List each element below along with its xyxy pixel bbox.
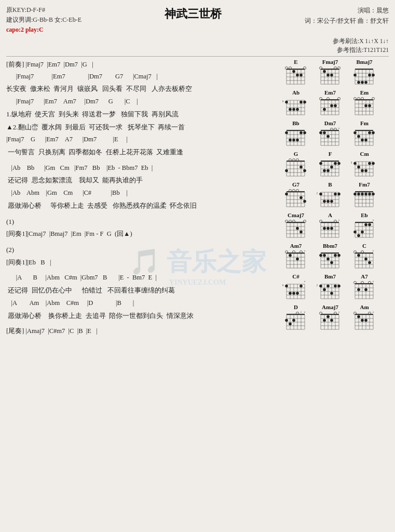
chord-svg: 4 bbox=[282, 96, 310, 117]
chord-svg: 4× bbox=[282, 280, 310, 301]
chord-svg: 2 bbox=[317, 188, 344, 209]
chord-name: Em7 bbox=[324, 89, 336, 96]
chord-diagram-am: Am× bbox=[348, 304, 380, 331]
chord-diagram-ab: Ab4 bbox=[280, 89, 312, 117]
svg-point-246 bbox=[337, 192, 340, 195]
svg-text:×: × bbox=[338, 127, 339, 130]
interlude1-chord: [间奏1]|Cmaj7 |Bmaj7 |Em |Fm - F G (回▲) bbox=[6, 228, 276, 241]
svg-point-70 bbox=[289, 108, 292, 111]
chord-name: Fm7 bbox=[359, 181, 370, 188]
chord-diagrams: EFmaj7Bmaj7Ab4Em7EmBbDm7×FmGFCm3G7B2Fm7C… bbox=[280, 59, 389, 331]
chord-diagram-em: Em bbox=[348, 89, 380, 117]
chord-svg: × bbox=[351, 311, 378, 331]
svg-point-321 bbox=[361, 230, 364, 233]
svg-text:×: × bbox=[304, 280, 305, 283]
chord-diagram-g7: G7 bbox=[280, 181, 312, 209]
svg-point-464 bbox=[330, 318, 333, 322]
svg-point-122 bbox=[296, 138, 299, 141]
chord-name: A bbox=[328, 212, 332, 218]
svg-point-356 bbox=[330, 261, 333, 264]
svg-point-32 bbox=[330, 73, 333, 76]
chord-svg: × bbox=[317, 311, 344, 331]
svg-point-86 bbox=[330, 104, 333, 107]
chord-svg bbox=[351, 65, 378, 86]
svg-point-196 bbox=[323, 169, 326, 172]
svg-rect-252 bbox=[355, 191, 373, 192]
svg-point-179 bbox=[285, 169, 288, 172]
svg-rect-306 bbox=[355, 222, 373, 223]
svg-point-320 bbox=[364, 223, 367, 226]
chord-diagram-d: D×× bbox=[280, 304, 312, 331]
interlude2-chord: [间奏1]|Eb B | bbox=[6, 257, 276, 269]
svg-point-264 bbox=[372, 192, 375, 195]
chord-diagram-bmaj7: Bmaj7 bbox=[348, 59, 380, 86]
chord-name: E bbox=[294, 59, 297, 65]
svg-point-449 bbox=[285, 318, 288, 322]
ch1-chord2: |Ab Abm |Gm Cm |C# |Bb | bbox=[6, 187, 276, 200]
svg-rect-144 bbox=[355, 130, 373, 131]
svg-point-340 bbox=[289, 254, 292, 257]
svg-point-303 bbox=[326, 227, 330, 230]
svg-point-323 bbox=[353, 230, 357, 233]
v2-chord1: |A B |Abm C#m |Gbm7 B |E - Bm7 E | bbox=[6, 272, 276, 284]
v1-chord2: |Fmaj7 |Em7 Am7 |Dm7 G |C | bbox=[6, 96, 276, 108]
chord-diagram-e: E bbox=[280, 59, 312, 86]
chord-name: Am7 bbox=[290, 243, 302, 249]
svg-point-103 bbox=[368, 104, 371, 107]
chord-svg: × bbox=[317, 127, 344, 148]
svg-point-104 bbox=[364, 104, 367, 107]
svg-point-412 bbox=[323, 288, 326, 291]
chord-diagram-cm: Cm3 bbox=[348, 151, 380, 178]
chord-name: C# bbox=[292, 273, 299, 280]
chord-name: A7 bbox=[361, 273, 367, 280]
song-title: 神武三世桥 bbox=[81, 5, 305, 22]
chord-name: F bbox=[329, 151, 332, 157]
interlude2-label: (2) bbox=[6, 244, 276, 257]
svg-point-143 bbox=[319, 131, 322, 134]
svg-text:×: × bbox=[372, 249, 374, 252]
svg-point-228 bbox=[303, 200, 306, 203]
svg-point-175 bbox=[299, 165, 303, 168]
svg-point-251 bbox=[319, 192, 322, 195]
svg-point-357 bbox=[326, 257, 330, 260]
svg-point-125 bbox=[285, 131, 288, 134]
svg-point-410 bbox=[330, 291, 333, 295]
chord-svg: × bbox=[351, 249, 378, 270]
svg-point-33 bbox=[326, 73, 330, 76]
svg-point-391 bbox=[299, 284, 303, 287]
divider bbox=[6, 56, 389, 57]
svg-point-249 bbox=[326, 200, 330, 203]
chord-svg bbox=[317, 96, 344, 117]
chord-name: Bmaj7 bbox=[356, 59, 372, 65]
svg-point-265 bbox=[368, 192, 371, 195]
svg-point-466 bbox=[323, 318, 326, 322]
svg-text:×: × bbox=[304, 311, 305, 314]
svg-point-121 bbox=[299, 131, 303, 134]
svg-point-413 bbox=[319, 284, 322, 287]
svg-point-194 bbox=[330, 165, 333, 168]
svg-point-338 bbox=[296, 257, 299, 260]
svg-point-124 bbox=[289, 138, 292, 141]
svg-rect-180 bbox=[321, 161, 339, 162]
svg-point-229 bbox=[299, 196, 303, 199]
prelude-line: [前奏] |Fmaj7 |Em7 |Dm7 |G | bbox=[6, 59, 276, 71]
svg-rect-108 bbox=[287, 130, 305, 131]
v2-lyric1: 还记得 回忆仍在心中 怕错过 不回看往事缠绵的纠葛 bbox=[6, 284, 276, 297]
svg-point-71 bbox=[285, 100, 288, 103]
svg-point-212 bbox=[364, 169, 367, 172]
svg-text:4: 4 bbox=[282, 284, 283, 287]
svg-point-430 bbox=[357, 288, 360, 291]
ch1-lyric2: 愿做湖心桥 等你桥上走 去感受 你熟悉残存的温柔 怀念依旧 bbox=[6, 200, 276, 212]
chord-svg bbox=[351, 188, 378, 209]
svg-point-156 bbox=[372, 131, 375, 134]
svg-point-215 bbox=[353, 162, 357, 165]
svg-point-68 bbox=[296, 108, 299, 111]
ch1-lyric1: 还记得 思念如絮漂流 我却又 能再执谁的手 bbox=[6, 174, 276, 187]
ref-finger: 参考指法:T121T121 bbox=[6, 46, 389, 54]
chord-name: G bbox=[294, 151, 298, 157]
chord-svg bbox=[317, 65, 344, 86]
svg-point-354 bbox=[337, 254, 340, 257]
chord-name: C bbox=[362, 243, 366, 249]
svg-point-322 bbox=[357, 234, 360, 237]
svg-point-283 bbox=[299, 230, 303, 233]
